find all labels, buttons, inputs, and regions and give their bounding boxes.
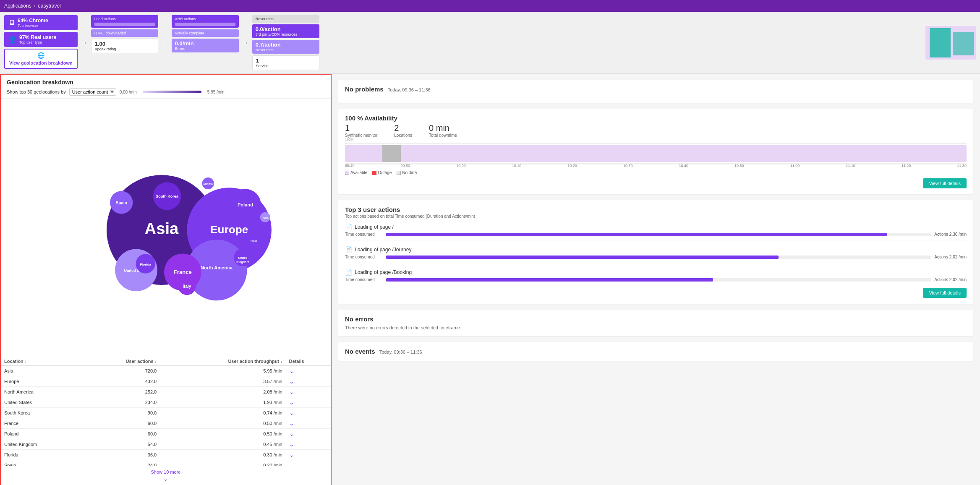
table-row: Europe 432.0 3.57 /min ⌄ [1, 376, 331, 387]
svg-text:Poland: Poland [238, 202, 253, 207]
col-details: Details [286, 357, 331, 366]
expand-btn[interactable]: ⌄ [289, 378, 294, 385]
availability-title: 100 % Availability [345, 115, 967, 122]
cell-details[interactable]: ⌄ [286, 450, 331, 460]
cell-throughput: 0.45 /min [160, 439, 285, 450]
table-row: Asia 720.0 5.95 /min ⌄ [1, 366, 331, 376]
flow-service: 1 Service [252, 55, 319, 70]
right-panel: No problems Today, 09:36 – 11:36 100 % A… [332, 74, 980, 485]
bar-fill-time [386, 278, 713, 282]
expand-btn[interactable]: ⌄ [289, 368, 294, 374]
expand-btn[interactable]: ⌄ [289, 451, 294, 458]
cell-details[interactable]: ⌄ [286, 460, 331, 467]
stat-downtime-lbl: Total downtime [429, 133, 457, 138]
nav-easytravel[interactable]: easytravel [38, 3, 61, 9]
no-errors-card: No errors There were no errors detected … [338, 310, 973, 336]
flow-load-actions: Load actions [91, 15, 158, 28]
expand-btn[interactable]: ⌄ [289, 409, 294, 416]
main-layout: Geolocation breakdown Show top 30 geoloc… [0, 74, 980, 485]
no-errors-header: No errors [345, 316, 967, 323]
bar-row-time: Time consumed Actions 2.02 /min [345, 255, 967, 259]
cell-location: Asia [1, 366, 82, 376]
expand-btn[interactable]: ⌄ [289, 389, 294, 395]
gradient-bar [143, 91, 201, 93]
bar-container-time [386, 256, 931, 259]
cell-throughput: 5.95 /min [160, 366, 285, 376]
flow-xhr: XHR actions [172, 15, 239, 28]
cell-throughput: 1.93 /min [160, 397, 285, 408]
stat-downtime: 0 min Total downtime [429, 123, 457, 138]
user-actions-list: 📄 Loading of page / Time consumed Action… [345, 224, 967, 282]
bar-label-time: Time consumed [345, 232, 383, 237]
avail-legend: Available Outage No data [345, 170, 967, 175]
action-name: 📄 Loading of page /Journey [345, 246, 967, 253]
svg-text:Asia: Asia [144, 219, 179, 237]
show-more-arrow[interactable]: ⌄ [163, 475, 168, 482]
cell-actions: 234.0 [82, 397, 160, 408]
flow-arrow1: → [81, 15, 88, 70]
filter-select[interactable]: User action count [69, 88, 116, 96]
flow-3rd-party: 0.0/action 3rd party/CDN resources [252, 24, 319, 38]
svg-text:Gdańsk: Gdańsk [203, 183, 214, 185]
cell-details[interactable]: ⌄ [286, 418, 331, 429]
cell-details[interactable]: ⌄ [286, 366, 331, 376]
col-location[interactable]: Location ↕ [1, 357, 82, 366]
table-row: North America 252.0 2.08 /min ⌄ [1, 387, 331, 397]
table-row: United Kingdom 54.0 0.45 /min ⌄ [1, 439, 331, 450]
cell-details[interactable]: ⌄ [286, 397, 331, 408]
expand-btn[interactable]: ⌄ [289, 399, 294, 406]
view-full-actions-btn[interactable]: View full details [923, 288, 967, 298]
flow-strip: 🖥 64% Chrome Top browser 👤 97% Real user… [0, 12, 980, 74]
bar-min: 0.00 /min [120, 90, 137, 94]
cell-details[interactable]: ⌄ [286, 439, 331, 450]
view-full-avail-btn[interactable]: View full details [923, 178, 967, 188]
flow-visually-complete: Visually complete [172, 29, 239, 37]
cell-throughput: 0.20 /min [160, 460, 285, 467]
bar-label-time: Time consumed [345, 277, 383, 282]
cell-location: United Kingdom [1, 439, 82, 450]
expand-btn[interactable]: ⌄ [289, 441, 294, 448]
col-actions[interactable]: User actions ↕ [82, 357, 160, 366]
top-user-actions-card: Top 3 user actions Top actions based on … [338, 200, 973, 304]
flow-html-downloaded: HTML downloaded [91, 29, 158, 37]
expand-btn[interactable]: ⌄ [289, 462, 294, 466]
cell-actions: 252.0 [82, 387, 160, 397]
cell-details[interactable]: ⌄ [286, 408, 331, 418]
cell-details[interactable]: ⌄ [286, 429, 331, 439]
cell-throughput: 0.50 /min [160, 418, 285, 429]
cell-details[interactable]: ⌄ [286, 376, 331, 387]
expand-btn[interactable]: ⌄ [289, 430, 294, 437]
svg-rect-1 [953, 32, 974, 55]
show-more-link[interactable]: Show 10 more [151, 469, 181, 475]
filter-row: Show top 30 geolocations by User action … [7, 88, 325, 96]
no-errors-msg: There were no errors detected in the sel… [345, 325, 967, 330]
bar-row-time: Time consumed Actions 2.02 /min [345, 277, 967, 282]
cell-details[interactable]: ⌄ [286, 387, 331, 397]
svg-text:Florida: Florida [140, 263, 151, 266]
bar-val-actions: Actions 2.02 /min [934, 255, 967, 259]
table-row: United States 234.0 1.93 /min ⌄ [1, 397, 331, 408]
geo-table-container: Location ↕ User actions ↕ User action th… [1, 357, 331, 466]
top-actions-title: Top 3 user actions [345, 206, 967, 213]
svg-text:Texas: Texas [250, 240, 257, 242]
geolocation-btn[interactable]: 🌐 View geolocation breakdown [4, 49, 78, 69]
cell-actions: 54.0 [82, 439, 160, 450]
col-throughput[interactable]: User action throughput ↕ [160, 357, 285, 366]
cell-actions: 720.0 [82, 366, 160, 376]
expand-btn[interactable]: ⌄ [289, 420, 294, 427]
action-item: 📄 Loading of page / Time consumed Action… [345, 224, 967, 240]
cell-location: Spain [1, 460, 82, 467]
page-icon: 📄 [345, 224, 352, 230]
flow-resources-val: 0.7/action Resources [252, 40, 319, 54]
nav-applications[interactable]: Applications [4, 3, 31, 9]
stat-synthetic: 1 Synthetic monitor [345, 123, 377, 138]
cell-actions: 60.0 [82, 418, 160, 429]
svg-text:India: India [262, 216, 269, 219]
avail-chart-bg [345, 145, 967, 162]
cell-location: Europe [1, 376, 82, 387]
action-label: Loading of page / [355, 224, 394, 230]
cell-location: United States [1, 397, 82, 408]
panel-header: Geolocation breakdown Show top 30 geoloc… [1, 75, 331, 99]
cell-location: France [1, 418, 82, 429]
no-events-header: No events Today, 09:36 – 11:36 [345, 348, 967, 355]
